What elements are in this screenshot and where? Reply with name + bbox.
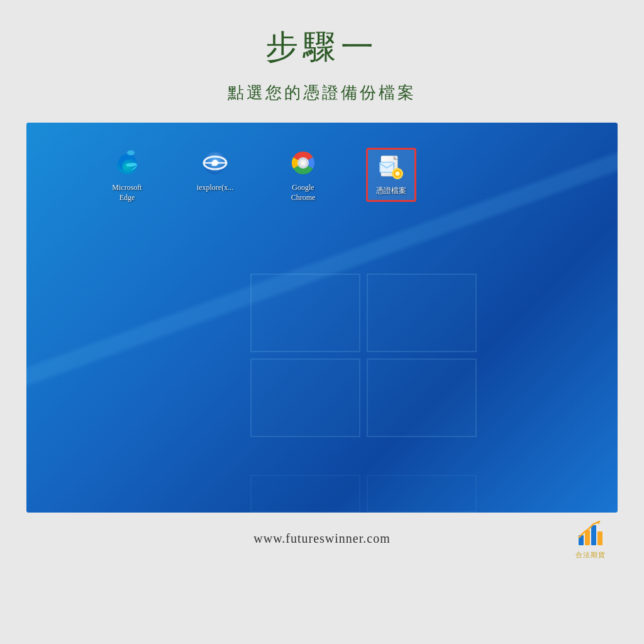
- svg-point-7: [297, 157, 309, 169]
- ie-icon-image: e: [200, 148, 230, 178]
- page-subtitle: 點選您的憑證備份檔案: [228, 82, 416, 104]
- company-logo-icon: [575, 518, 606, 549]
- cert-label: 憑證檔案: [376, 186, 406, 196]
- google-chrome-icon[interactable]: GoogleChrome: [278, 148, 328, 203]
- svg-rect-14: [380, 162, 394, 172]
- svg-point-1: [127, 150, 135, 155]
- iexplore-label: iexplore(x...: [197, 183, 233, 193]
- chrome-label: GoogleChrome: [291, 183, 316, 203]
- certificate-file-icon[interactable]: 憑證檔案: [366, 148, 416, 202]
- svg-rect-21: [401, 173, 403, 175]
- footer-url: www.futureswinner.com: [253, 531, 390, 546]
- edge-label: MicrosoftEdge: [112, 183, 142, 203]
- svg-rect-27: [585, 530, 590, 545]
- svg-point-17: [396, 172, 400, 176]
- iexplore-icon[interactable]: e iexplore(x...: [190, 148, 240, 193]
- logo-badge: 合法期貨: [575, 518, 606, 560]
- edge-icon-image: [112, 148, 142, 178]
- svg-rect-29: [597, 531, 602, 545]
- cert-icon-image: [377, 153, 405, 181]
- desktop-screenshot: MicrosoftEdge e: [26, 123, 618, 513]
- desktop-icons-row: MicrosoftEdge e: [102, 148, 416, 203]
- microsoft-edge-icon[interactable]: MicrosoftEdge: [102, 148, 152, 203]
- footer: www.futureswinner.com 合法期貨: [0, 531, 644, 546]
- svg-rect-19: [397, 177, 399, 179]
- svg-text:e: e: [211, 157, 216, 168]
- chrome-icon-image: [288, 148, 318, 178]
- windows-logo: [250, 274, 489, 450]
- company-logo-text: 合法期貨: [575, 550, 606, 560]
- page-title: 步驟一: [265, 25, 379, 69]
- svg-rect-18: [397, 168, 399, 170]
- svg-rect-20: [392, 173, 394, 175]
- svg-rect-28: [591, 525, 596, 545]
